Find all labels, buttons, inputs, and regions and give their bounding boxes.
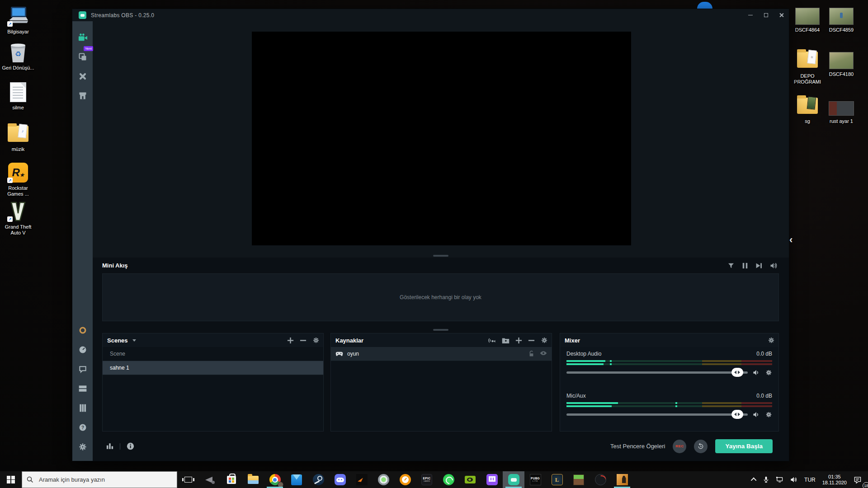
settings-icon[interactable] (72, 437, 93, 456)
channel-db-value: 0.0 dB (756, 351, 772, 357)
shortcut-arrow-icon: ↗ (7, 178, 13, 183)
desktop-icon-sg[interactable]: sg (791, 95, 824, 124)
desktop-icon-silme[interactable]: silme (0, 81, 36, 111)
layout-columns-icon[interactable] (72, 398, 93, 418)
app-store-icon[interactable] (72, 66, 93, 86)
volume-slider-handle[interactable] (731, 410, 743, 419)
source-list-item-selected[interactable]: oyun (331, 347, 552, 361)
minimize-button[interactable] (743, 9, 758, 21)
action-center-button[interactable]: 18 (850, 471, 868, 488)
desktop-icon-rust-ayar-1[interactable]: rust ayar 1 (825, 100, 858, 124)
remove-scene-button[interactable] (300, 337, 307, 344)
taskbar-gpu-tweak[interactable] (590, 471, 611, 488)
performance-metrics-icon[interactable] (106, 443, 113, 450)
task-view-button[interactable] (177, 471, 199, 488)
volume-slider[interactable] (566, 413, 748, 416)
side-navigation: Yeni (72, 21, 93, 461)
taskbar-nvidia[interactable] (459, 471, 481, 488)
desktop-icon-dscf4180[interactable]: DSCF4180 (825, 52, 858, 77)
desktop-icon-dscf4864[interactable]: DSCF4864 (791, 7, 824, 33)
desktop-icon-muzik[interactable]: ♪ müzik (0, 123, 36, 152)
audio-monitor-icon[interactable] (488, 337, 496, 344)
resize-handle[interactable] (433, 329, 448, 331)
taskbar-twitch[interactable] (481, 471, 503, 488)
test-widgets-label[interactable]: Test Pencere Ögeleri (610, 443, 665, 450)
volume-slider[interactable] (566, 371, 748, 374)
taskbar-disc-utility[interactable] (373, 471, 394, 488)
dashboard-icon[interactable] (72, 340, 93, 359)
remove-source-button[interactable] (528, 337, 535, 344)
desktop-icon-rockstar[interactable]: R★ ↗ Rockstar Games ... (0, 162, 36, 197)
network-tray-icon[interactable] (773, 471, 787, 488)
info-icon[interactable] (127, 442, 134, 450)
go-live-button[interactable]: Yayına Başla (715, 439, 773, 453)
taskbar-search[interactable] (22, 471, 177, 488)
taskbar-chrome[interactable] (264, 471, 286, 488)
taskbar-minecraft[interactable] (568, 471, 590, 488)
volume-icon[interactable] (770, 262, 778, 269)
editor-camera-icon[interactable] (72, 28, 93, 47)
desktop-icon-recycle-bin[interactable]: ♻ Geri Dönüşü... (0, 42, 36, 71)
taskbar-microsoft-store[interactable] (221, 471, 242, 488)
language-indicator[interactable]: TUR (801, 471, 819, 488)
unlock-icon[interactable] (528, 351, 534, 357)
taskbar-gauge-app[interactable] (394, 471, 416, 488)
desktop-icon-dscf4859[interactable]: DSCF4859 (825, 7, 858, 33)
replay-buffer-button[interactable] (694, 440, 708, 453)
mute-toggle-icon[interactable] (753, 369, 760, 376)
chevron-down-icon[interactable] (132, 339, 136, 342)
themes-icon[interactable]: Yeni (72, 47, 93, 66)
filter-icon[interactable] (727, 262, 735, 269)
taskbar-epic-games[interactable]: EPIC GAMES (416, 471, 438, 488)
channel-settings-icon[interactable] (765, 369, 772, 376)
add-scene-button[interactable] (287, 337, 294, 344)
chatbox-icon[interactable] (72, 359, 93, 379)
pause-icon[interactable] (742, 262, 748, 269)
microphone-tray-icon[interactable] (760, 471, 773, 488)
system-tray: TUR 01:35 18.11.2020 18 (749, 471, 868, 488)
desktop-icon-computer[interactable]: ↗ Bilgisayar (0, 5, 36, 35)
layout-rows-icon[interactable] (72, 379, 93, 398)
mixer-settings-button[interactable] (768, 337, 775, 344)
volume-tray-icon[interactable] (787, 471, 801, 488)
window-titlebar[interactable]: Streamlabs OBS - 0.25.0 (72, 9, 789, 21)
taskbar-horn-app[interactable] (199, 471, 221, 488)
taskbar-discord[interactable] (329, 471, 351, 488)
taskbar-pubg-lite[interactable]: PUBG LITE (524, 471, 546, 488)
store-icon[interactable] (72, 86, 93, 105)
taskbar-mail[interactable] (286, 471, 307, 488)
dock-collapse-chevron[interactable]: ‹ (789, 235, 793, 245)
skip-next-icon[interactable] (755, 262, 763, 269)
record-button[interactable]: REC (673, 440, 686, 453)
search-input[interactable] (38, 476, 172, 483)
channel-settings-icon[interactable] (765, 411, 772, 418)
taskbar-streamlabs-obs[interactable] (503, 471, 524, 488)
taskbar-file-explorer[interactable] (242, 471, 264, 488)
taskbar-counter-strike[interactable] (611, 471, 633, 488)
start-button[interactable] (0, 471, 22, 488)
volume-slider-handle[interactable] (731, 368, 743, 377)
visibility-eye-icon[interactable] (540, 351, 547, 357)
scene-list-item[interactable]: Scene (103, 347, 323, 361)
desktop-icon-gta-v[interactable]: ↗ Grand Theft Auto V (0, 201, 36, 236)
taskbar-league-of-legends[interactable]: L (546, 471, 568, 488)
add-source-button[interactable] (515, 337, 522, 344)
desktop-icon-depo-programi[interactable]: ▤ DEPO PROĞRAMI (791, 48, 824, 85)
help-icon[interactable]: ? (72, 418, 93, 437)
source-settings-button[interactable] (541, 337, 548, 344)
taskbar-whatsapp[interactable] (438, 471, 459, 488)
taskbar-orange-arrow-app[interactable] (351, 471, 373, 488)
close-button[interactable] (774, 9, 789, 21)
add-folder-icon[interactable] (502, 337, 509, 344)
taskbar-steam[interactable] (307, 471, 329, 488)
alertbox-icon[interactable] (72, 320, 93, 340)
editor-display[interactable] (93, 21, 789, 258)
scene-settings-button[interactable] (312, 337, 320, 344)
mute-toggle-icon[interactable] (753, 411, 760, 418)
video-preview-canvas[interactable] (252, 32, 631, 245)
maximize-button[interactable] (758, 9, 774, 21)
resize-handle[interactable] (433, 255, 448, 257)
scene-list-item-selected[interactable]: sahne 1 (103, 361, 323, 375)
hidden-icons-chevron[interactable] (749, 471, 760, 488)
taskbar-clock[interactable]: 01:35 18.11.2020 (819, 474, 850, 486)
